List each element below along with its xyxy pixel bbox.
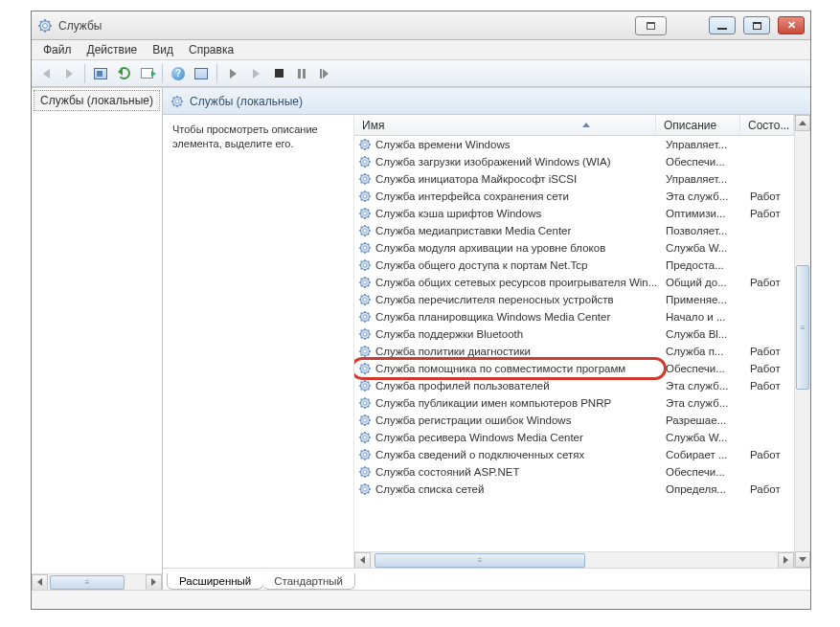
- service-row[interactable]: Служба регистрации ошибок WindowsРазреша…: [354, 412, 794, 429]
- service-description: Служба п...: [666, 346, 750, 357]
- help-button[interactable]: ?: [168, 63, 189, 84]
- scroll-up-icon[interactable]: [795, 115, 810, 131]
- menu-file[interactable]: Файл: [35, 41, 79, 58]
- properties-button[interactable]: [191, 63, 212, 84]
- service-name: Служба публикации имен компьютеров PNRP: [375, 397, 666, 409]
- scroll-right-icon[interactable]: [778, 552, 794, 569]
- service-row[interactable]: Служба сведений о подключенных сетяхСоби…: [354, 446, 794, 463]
- sort-asc-icon: [582, 123, 590, 127]
- service-name: Служба сведений о подключенных сетях: [375, 449, 666, 460]
- service-row[interactable]: Служба ресивера Windows Media CenterСлуж…: [354, 429, 794, 446]
- gear-icon: [358, 241, 372, 255]
- gear-icon: [358, 258, 372, 272]
- service-name: Служба помощника по совместимости програ…: [375, 363, 666, 374]
- menu-help[interactable]: Справка: [181, 41, 241, 58]
- list-v-scrollbar[interactable]: ≡: [794, 115, 810, 568]
- service-name: Служба загрузки изображений Windows (WIA…: [375, 156, 666, 168]
- service-description: Служба Bl...: [666, 328, 750, 340]
- gear-icon: [358, 362, 372, 375]
- service-description: Обеспечи...: [666, 466, 750, 478]
- service-row[interactable]: Служба помощника по совместимости програ…: [354, 360, 794, 377]
- scroll-down-icon[interactable]: [795, 551, 810, 568]
- service-state: Работ: [750, 346, 794, 357]
- scroll-right-icon[interactable]: [146, 574, 162, 591]
- service-name: Служба регистрации ошибок Windows: [375, 414, 666, 426]
- service-name: Служба политики диагностики: [375, 346, 666, 357]
- gear-icon: [358, 155, 372, 168]
- scroll-left-icon[interactable]: [354, 552, 371, 569]
- tab-extended[interactable]: Расширенный: [167, 573, 263, 590]
- service-description: Управляет...: [666, 139, 750, 150]
- tab-standard[interactable]: Стандартный: [262, 573, 355, 590]
- column-name[interactable]: Имя: [354, 115, 656, 135]
- service-row[interactable]: Служба инициатора Майкрософт iSCSIУправл…: [354, 170, 794, 188]
- service-name: Служба перечислителя переносных устройст…: [375, 294, 666, 305]
- service-row[interactable]: Служба планировщика Windows Media Center…: [354, 308, 794, 325]
- close-button[interactable]: ✕: [778, 16, 805, 34]
- service-row[interactable]: Служба кэша шрифтов WindowsОптимизи...Ра…: [354, 205, 794, 222]
- stop-service-button[interactable]: [268, 63, 289, 84]
- service-row[interactable]: Служба загрузки изображений Windows (WIA…: [354, 153, 794, 170]
- column-description[interactable]: Описание: [656, 115, 740, 135]
- service-name: Служба общих сетевых ресурсов проигрыват…: [375, 277, 666, 288]
- gear-icon: [358, 138, 372, 151]
- service-description: Позволяет...: [666, 225, 750, 236]
- service-row[interactable]: Служба перечислителя переносных устройст…: [354, 291, 794, 308]
- service-name: Служба ресивера Windows Media Center: [375, 432, 666, 443]
- service-row[interactable]: Служба интерфейса сохранения сетиЭта слу…: [354, 188, 794, 205]
- service-row[interactable]: Служба состояний ASP.NETОбеспечи...: [354, 463, 794, 481]
- gear-icon: [358, 379, 372, 392]
- forward-button[interactable]: [58, 63, 79, 84]
- gear-icon: [358, 448, 372, 461]
- column-state[interactable]: Состо...: [740, 115, 794, 135]
- menu-view[interactable]: Вид: [145, 41, 181, 58]
- service-row[interactable]: Служба времени WindowsУправляет...: [354, 136, 794, 153]
- minimize-button[interactable]: [709, 16, 736, 34]
- back-button[interactable]: [35, 63, 57, 84]
- start-service-button-2[interactable]: [245, 63, 266, 84]
- gear-icon: [358, 414, 372, 427]
- service-row[interactable]: Служба политики диагностикиСлужба п...Ра…: [354, 343, 794, 360]
- service-description: Собирает ...: [666, 449, 750, 460]
- details-header-label: Службы (локальные): [190, 95, 303, 108]
- service-row[interactable]: Служба общих сетевых ресурсов проигрыват…: [354, 274, 794, 291]
- service-name: Служба списка сетей: [375, 483, 666, 495]
- gear-icon: [358, 172, 372, 186]
- menu-action[interactable]: Действие: [79, 41, 146, 58]
- gear-icon: [358, 396, 372, 410]
- service-row[interactable]: Служба профилей пользователейЭта служб..…: [354, 377, 794, 394]
- list-h-scrollbar[interactable]: ≡: [354, 551, 794, 568]
- service-row[interactable]: Служба общего доступа к портам Net.TcpПр…: [354, 257, 794, 274]
- tree-root-node[interactable]: Службы (локальные): [34, 90, 160, 111]
- service-row[interactable]: Служба поддержки BluetoothСлужба Bl...: [354, 325, 794, 343]
- service-row[interactable]: Служба модуля архивации на уровне блоков…: [354, 239, 794, 257]
- toolbar: ?: [32, 60, 810, 87]
- service-row[interactable]: Служба медиаприставки Media CenterПозвол…: [354, 222, 794, 239]
- service-description: Обеспечи...: [666, 363, 750, 374]
- gear-icon: [358, 207, 372, 220]
- service-name: Служба интерфейса сохранения сети: [375, 190, 666, 202]
- gear-icon: [358, 327, 372, 341]
- left-h-scrollbar[interactable]: ≡: [32, 573, 162, 590]
- service-state: Работ: [750, 449, 794, 460]
- tree-pane: Службы (локальные) ≡: [32, 88, 163, 590]
- show-hide-tree-button[interactable]: [90, 63, 111, 84]
- pause-service-button[interactable]: [291, 63, 312, 84]
- service-row[interactable]: Служба списка сетейОпределя...Работ: [354, 481, 794, 498]
- toolbar-mode-button[interactable]: [635, 16, 667, 35]
- start-service-button[interactable]: [222, 63, 243, 84]
- scroll-left-icon[interactable]: [32, 574, 48, 591]
- restart-service-button[interactable]: [314, 63, 335, 84]
- maximize-button[interactable]: [743, 16, 770, 34]
- gear-icon: [358, 482, 372, 496]
- service-name: Служба медиаприставки Media Center: [375, 225, 666, 236]
- export-list-button[interactable]: [136, 63, 157, 84]
- service-description: Обеспечи...: [666, 156, 750, 168]
- column-name-label: Имя: [362, 119, 384, 132]
- service-name: Служба времени Windows: [375, 139, 666, 150]
- titlebar[interactable]: Службы ✕: [32, 11, 810, 40]
- refresh-button[interactable]: [113, 63, 134, 84]
- service-state: Работ: [750, 483, 794, 495]
- service-row[interactable]: Служба публикации имен компьютеров PNRPЭ…: [354, 394, 794, 412]
- service-description: Применяе...: [666, 294, 750, 305]
